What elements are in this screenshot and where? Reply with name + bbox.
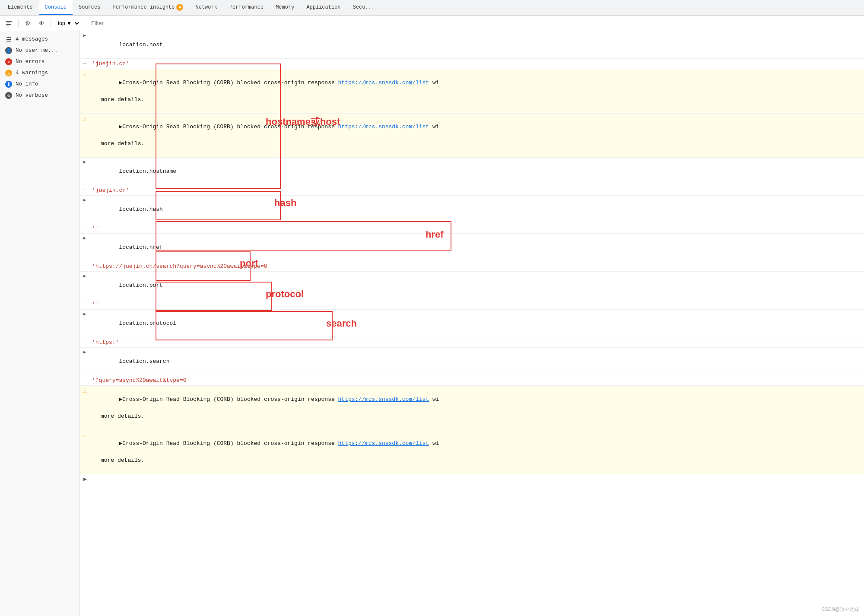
console-row-search-result: ← '?query=async%20await&type=0' — [80, 375, 864, 386]
svg-rect-2 — [6, 24, 11, 25]
row-result-hostname: 'juejin.cn' — [92, 186, 864, 195]
sidebar-item-errors[interactable]: ✕ No errors — [0, 56, 79, 67]
corb-text-3: ▶Cross-Origin Read Blocking (CORB) block… — [119, 396, 338, 403]
corb-tail-1: wi — [429, 79, 439, 86]
info-icon: ℹ — [5, 81, 12, 88]
sidebar-item-messages[interactable]: ☰ 4 messages — [0, 34, 79, 45]
corb-tail-2: wi — [429, 124, 439, 130]
expand-arrow-href[interactable]: ▶ — [83, 235, 86, 241]
toolbar: ⚙ 👁 top ▼ — [0, 16, 864, 31]
tab-memory[interactable]: Memory — [270, 0, 300, 15]
console-row-location-hash: ▶ location.hash — [80, 196, 864, 223]
error-icon: ✕ — [5, 58, 12, 65]
row-key-port: location.port — [119, 282, 162, 289]
row-key-href: location.href — [119, 244, 162, 251]
corb-more-4: more details. — [92, 457, 144, 464]
result-arrow-protocol: ← — [83, 339, 86, 345]
result-arrow-port: ← — [83, 301, 86, 307]
tab-network[interactable]: Network — [189, 0, 223, 15]
expand-arrow-port[interactable]: ▶ — [83, 273, 86, 279]
result-arrow-2: ← — [83, 187, 86, 193]
messages-icon: ☰ — [5, 36, 12, 43]
user-icon: 👤 — [5, 47, 12, 54]
sidebar: ☰ 4 messages 👤 No user me... ✕ No errors… — [0, 31, 80, 616]
result-arrow-href: ← — [83, 263, 86, 269]
console-row-location-protocol: ▶ location.protocol — [80, 310, 864, 337]
console-row-location-port: ▶ location.port — [80, 272, 864, 299]
console-row-href-result: ← 'https://juejin.cn/search?query=async%… — [80, 261, 864, 272]
main-layout: ☰ 4 messages 👤 No user me... ✕ No errors… — [0, 31, 864, 616]
svg-rect-1 — [6, 22, 10, 23]
separator-1 — [18, 19, 19, 28]
row-result-port: '' — [92, 300, 864, 309]
expand-arrow-protocol[interactable]: ▶ — [83, 311, 86, 317]
console-row-corb2: ⚠ ▶Cross-Origin Read Blocking (CORB) blo… — [80, 114, 864, 158]
console-row-location-host: ▶ location.host — [80, 31, 864, 59]
corb-text-1: ▶Cross-Origin Read Blocking (CORB) block… — [119, 79, 338, 86]
console-row-hostname-result: ← 'juejin.cn' — [80, 185, 864, 196]
console-row-corb1: ⚠ ▶Cross-Origin Read Blocking (CORB) blo… — [80, 69, 864, 114]
expand-arrow-hostname[interactable]: ▶ — [83, 159, 86, 165]
row-key-search: location.search — [119, 358, 169, 365]
separator-2 — [51, 19, 51, 28]
row-key-hash: location.hash — [119, 206, 162, 213]
verbose-icon: ⚙ — [5, 92, 12, 99]
tab-performance-insights[interactable]: Performance insights ▲ — [106, 0, 189, 15]
expand-arrow-search[interactable]: ▶ — [83, 349, 86, 355]
console-row-host-result: ← 'juejin.cn' — [80, 59, 864, 70]
clear-console-button[interactable] — [3, 18, 15, 29]
row-result-href: 'https://juejin.cn/search?query=async%20… — [92, 262, 864, 271]
filter-input[interactable] — [88, 18, 861, 28]
corb-tail-3: wi — [429, 396, 439, 403]
corb-more-3: more details. — [92, 413, 144, 419]
tab-performance[interactable]: Performance — [223, 0, 270, 15]
tab-elements[interactable]: Elements — [2, 0, 39, 15]
console-row-protocol-result: ← 'https:' — [80, 337, 864, 348]
console-content: hostname或host hash href port protocol se… — [80, 31, 864, 616]
row-key-protocol: location.protocol — [119, 320, 176, 327]
expand-arrow-hash[interactable]: ▶ — [83, 197, 86, 203]
row-result-search: '?query=async%20await&type=0' — [92, 376, 864, 385]
separator-3 — [84, 19, 84, 28]
corb-link-2[interactable]: https://mcs.snssdk.com/list — [338, 124, 429, 130]
corb-more-2: more details. — [92, 140, 144, 147]
console-row-location-search: ▶ location.search — [80, 348, 864, 375]
sidebar-item-user[interactable]: 👤 No user me... — [0, 45, 79, 56]
corb-link-3[interactable]: https://mcs.snssdk.com/list — [338, 396, 429, 403]
row-result-hash: '' — [92, 224, 864, 233]
corb-more-1: more details. — [92, 96, 144, 103]
context-select[interactable]: top ▼ — [54, 19, 80, 28]
svg-rect-3 — [6, 25, 10, 26]
result-arrow-hash: ← — [83, 225, 86, 231]
console-prompt: ▶ — [80, 474, 864, 484]
tab-console[interactable]: Console — [39, 0, 73, 15]
corb-link-1[interactable]: https://mcs.snssdk.com/list — [338, 79, 429, 86]
eye-button[interactable]: 👁 — [36, 18, 47, 29]
row-result-protocol: 'https:' — [92, 338, 864, 347]
prompt-symbol: ▶ — [83, 476, 87, 483]
tab-bar: Elements Console Sources Performance ins… — [0, 0, 864, 16]
corb-text-4: ▶Cross-Origin Read Blocking (CORB) block… — [119, 440, 338, 447]
expand-arrow[interactable]: ▶ — [83, 33, 86, 38]
result-arrow-search: ← — [83, 377, 86, 383]
sidebar-item-verbose[interactable]: ⚙ No verbose — [0, 90, 79, 101]
sidebar-item-warnings[interactable]: ⚠ 4 warnings — [0, 67, 79, 79]
warning-icon-4: ⚠ — [83, 432, 87, 439]
tab-application[interactable]: Application — [300, 0, 346, 15]
corb-text-2: ▶Cross-Origin Read Blocking (CORB) block… — [119, 124, 338, 130]
warning-icon-2: ⚠ — [83, 115, 87, 122]
svg-rect-0 — [6, 21, 12, 22]
clear-icon — [6, 20, 13, 27]
console-row-corb4: ⚠ ▶Cross-Origin Read Blocking (CORB) blo… — [80, 430, 864, 475]
tab-sources[interactable]: Sources — [73, 0, 106, 15]
result-arrow: ← — [83, 60, 86, 67]
sidebar-item-info[interactable]: ℹ No info — [0, 79, 79, 90]
watermark: CSDN@边中之城 — [822, 606, 859, 613]
corb-link-4[interactable]: https://mcs.snssdk.com/list — [338, 440, 429, 447]
row-key: location.host — [119, 41, 162, 48]
tab-security[interactable]: Secu... — [347, 0, 381, 15]
row-result: 'juejin.cn' — [92, 60, 864, 68]
settings-button[interactable]: ⚙ — [22, 18, 33, 29]
warning-icon: ⚠ — [5, 70, 12, 76]
console-row-location-href: ▶ location.href — [80, 234, 864, 261]
